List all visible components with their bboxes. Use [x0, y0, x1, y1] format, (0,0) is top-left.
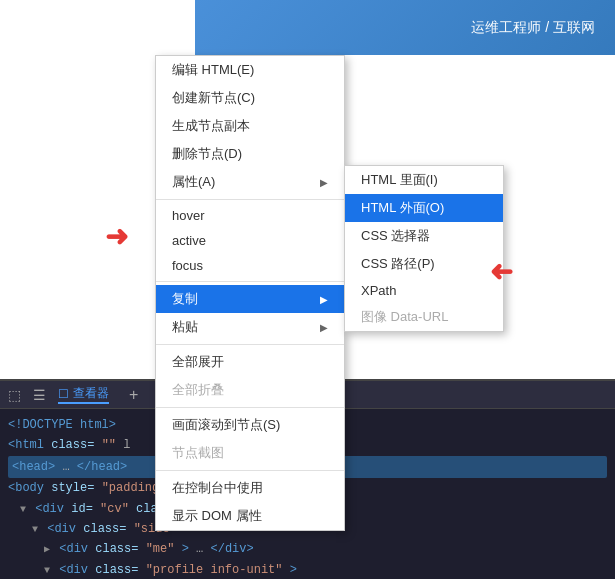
menu-item-expand-all[interactable]: 全部展开: [156, 348, 344, 376]
menu-item-create-node[interactable]: 创建新节点(C): [156, 84, 344, 112]
menu-item-show-dom[interactable]: 显示 DOM 属性: [156, 502, 344, 530]
menu-item-use-in-console[interactable]: 在控制台中使用: [156, 474, 344, 502]
menu-item-copy[interactable]: 复制: [156, 285, 344, 313]
menu-item-focus[interactable]: focus: [156, 253, 344, 278]
sub-menu-item-data-url[interactable]: 图像 Data-URL: [345, 303, 503, 331]
tab-inspector[interactable]: ☐ 查看器: [58, 385, 109, 404]
add-button[interactable]: +: [121, 384, 146, 406]
banner-text: 运维工程师 / 互联网: [471, 19, 595, 37]
menu-separator-2: [156, 281, 344, 282]
menu-item-attribute[interactable]: 属性(A): [156, 168, 344, 196]
context-menu: 编辑 HTML(E) 创建新节点(C) 生成节点副本 删除节点(D) 属性(A)…: [155, 55, 345, 531]
sub-menu-item-css-selector[interactable]: CSS 选择器: [345, 222, 503, 250]
menu-item-screenshot[interactable]: 节点截图: [156, 439, 344, 467]
menu-item-duplicate-node[interactable]: 生成节点副本: [156, 112, 344, 140]
arrow-left-icon: ➜: [490, 255, 513, 288]
menu-separator-4: [156, 407, 344, 408]
menu-separator-1: [156, 199, 344, 200]
top-banner: 运维工程师 / 互联网: [195, 0, 615, 55]
menu-item-delete-node[interactable]: 删除节点(D): [156, 140, 344, 168]
sub-context-menu: HTML 里面(I) HTML 外面(O) CSS 选择器 CSS 路径(P) …: [344, 165, 504, 332]
sub-menu-item-css-path[interactable]: CSS 路径(P): [345, 250, 503, 278]
inspector-icon: ☐: [58, 387, 69, 401]
html-line-div-profile: ▼ <div class= "profile info-unit" >: [8, 560, 607, 579]
sub-menu-item-xpath[interactable]: XPath: [345, 278, 503, 303]
html-line-div-me: ▶ <div class= "me" > … </div>: [8, 539, 607, 559]
sub-menu-item-html-outer[interactable]: HTML 外面(O): [345, 194, 503, 222]
arrow-right-icon: ➜: [105, 220, 128, 253]
inspect-icon[interactable]: ⬚: [8, 387, 21, 403]
menu-item-collapse-all[interactable]: 全部折叠: [156, 376, 344, 404]
tab-inspector-label: 查看器: [73, 385, 109, 402]
menu-item-paste[interactable]: 粘贴: [156, 313, 344, 341]
menu-item-hover[interactable]: hover: [156, 203, 344, 228]
menu-item-active[interactable]: active: [156, 228, 344, 253]
box-icon[interactable]: ☰: [33, 387, 46, 403]
menu-item-scroll-to-node[interactable]: 画面滚动到节点(S): [156, 411, 344, 439]
menu-item-edit-html[interactable]: 编辑 HTML(E): [156, 56, 344, 84]
sub-menu-item-html-inner[interactable]: HTML 里面(I): [345, 166, 503, 194]
menu-separator-5: [156, 470, 344, 471]
menu-separator-3: [156, 344, 344, 345]
